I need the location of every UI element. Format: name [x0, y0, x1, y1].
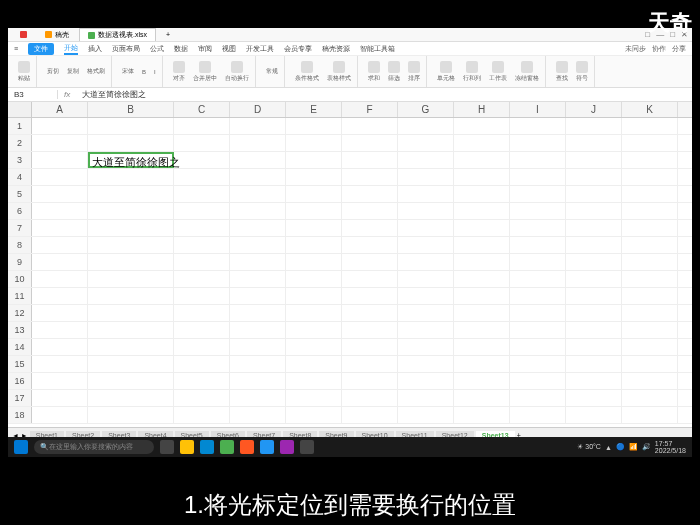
menu-formula[interactable]: 公式 [150, 44, 164, 54]
cell[interactable] [32, 152, 88, 168]
find-button[interactable]: 查找 [553, 60, 571, 84]
paste-button[interactable]: 粘贴 [15, 60, 33, 84]
cell[interactable] [230, 118, 286, 134]
cell[interactable] [88, 186, 174, 202]
menu-view[interactable]: 视图 [222, 44, 236, 54]
cell[interactable] [454, 288, 510, 304]
cell[interactable] [622, 339, 678, 355]
cell[interactable] [286, 152, 342, 168]
cell[interactable] [230, 237, 286, 253]
copy-button[interactable]: 复制 [64, 66, 82, 77]
rowcol-button[interactable]: 行和列 [460, 60, 484, 84]
menu-tools[interactable]: 智能工具箱 [360, 44, 395, 54]
cell[interactable] [454, 203, 510, 219]
menu-vip[interactable]: 会员专享 [284, 44, 312, 54]
cell[interactable] [398, 407, 454, 423]
cell[interactable] [622, 322, 678, 338]
cell[interactable] [286, 322, 342, 338]
cell[interactable] [566, 203, 622, 219]
col-header[interactable]: I [510, 102, 566, 117]
cell-button[interactable]: 单元格 [434, 60, 458, 84]
cell[interactable] [286, 390, 342, 406]
cell[interactable] [174, 390, 230, 406]
cell[interactable] [88, 356, 174, 372]
cell[interactable] [510, 390, 566, 406]
cell[interactable] [174, 186, 230, 202]
cell[interactable] [32, 288, 88, 304]
cell[interactable] [510, 220, 566, 236]
cell[interactable] [230, 407, 286, 423]
cell[interactable] [230, 390, 286, 406]
cell[interactable] [398, 169, 454, 185]
cell[interactable] [286, 220, 342, 236]
cell[interactable] [230, 356, 286, 372]
cell[interactable] [286, 407, 342, 423]
cell[interactable] [398, 271, 454, 287]
row-header[interactable]: 8 [8, 237, 32, 253]
row-header[interactable]: 9 [8, 254, 32, 270]
cell[interactable] [174, 373, 230, 389]
taskbar-app[interactable] [240, 440, 254, 454]
cell[interactable] [286, 356, 342, 372]
cell[interactable] [398, 305, 454, 321]
cell[interactable] [88, 135, 174, 151]
col-header[interactable]: A [32, 102, 88, 117]
cell[interactable] [32, 271, 88, 287]
cell[interactable] [398, 135, 454, 151]
cell[interactable] [32, 254, 88, 270]
cell[interactable] [88, 288, 174, 304]
cell[interactable] [286, 237, 342, 253]
cell[interactable] [286, 305, 342, 321]
cell[interactable] [230, 288, 286, 304]
taskbar-app[interactable] [260, 440, 274, 454]
cell[interactable] [88, 407, 174, 423]
home-tab[interactable] [12, 30, 35, 39]
cell[interactable] [174, 407, 230, 423]
cell[interactable] [32, 135, 88, 151]
cell[interactable] [286, 135, 342, 151]
cell[interactable] [622, 118, 678, 134]
sync-status[interactable]: 未同步 [625, 44, 646, 54]
cell[interactable] [88, 254, 174, 270]
cell[interactable] [342, 135, 398, 151]
start-button[interactable] [14, 440, 28, 454]
cell[interactable] [566, 356, 622, 372]
cell[interactable] [566, 407, 622, 423]
filter-button[interactable]: 筛选 [385, 60, 403, 84]
cell[interactable] [566, 220, 622, 236]
cell[interactable] [286, 339, 342, 355]
cell[interactable] [32, 322, 88, 338]
col-header[interactable]: H [454, 102, 510, 117]
cell[interactable] [510, 322, 566, 338]
cell[interactable] [622, 237, 678, 253]
cell[interactable] [510, 186, 566, 202]
cell[interactable] [174, 322, 230, 338]
cell[interactable] [454, 305, 510, 321]
cell[interactable] [174, 288, 230, 304]
menu-data[interactable]: 数据 [174, 44, 188, 54]
cell[interactable] [342, 203, 398, 219]
col-header[interactable]: C [174, 102, 230, 117]
cond-format[interactable]: 条件格式 [292, 60, 322, 84]
cell[interactable] [32, 407, 88, 423]
row-header[interactable]: 1 [8, 118, 32, 134]
cell[interactable] [566, 186, 622, 202]
cell[interactable] [454, 271, 510, 287]
cell[interactable] [342, 271, 398, 287]
cell[interactable] [510, 288, 566, 304]
cell[interactable] [398, 254, 454, 270]
row-header[interactable]: 12 [8, 305, 32, 321]
formula-input[interactable]: 大道至简徐徐图之 [76, 89, 692, 100]
bold-button[interactable]: B [139, 68, 149, 76]
cell[interactable] [622, 186, 678, 202]
cell[interactable] [88, 390, 174, 406]
table-style[interactable]: 表格样式 [324, 60, 354, 84]
cell[interactable] [286, 203, 342, 219]
taskbar-app[interactable] [180, 440, 194, 454]
cell[interactable] [510, 373, 566, 389]
cell[interactable] [622, 271, 678, 287]
cell[interactable] [454, 237, 510, 253]
cell[interactable] [454, 356, 510, 372]
row-header[interactable]: 14 [8, 339, 32, 355]
cell[interactable] [566, 373, 622, 389]
